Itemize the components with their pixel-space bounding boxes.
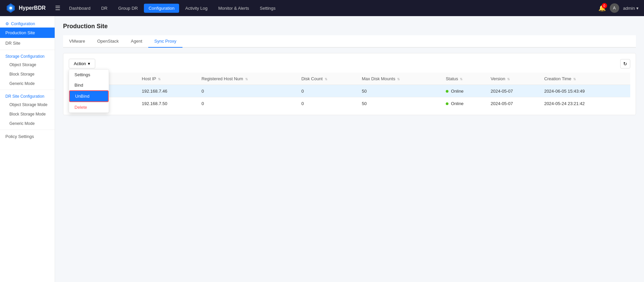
refresh-button[interactable]: ↻ [620,59,630,68]
header-version: Version ⇅ [488,73,542,85]
user-avatar: A [610,3,619,13]
nav-configuration[interactable]: Configuration [144,4,179,13]
sidebar-divider-1 [0,50,55,50]
header-reg-host-num: Registered Host Num ⇅ [199,73,299,85]
table-body: 192.168.7.46 192.168.7.46 0 0 50 Online … [69,85,630,110]
sidebar-item-dr-site[interactable]: DR Site [0,38,55,48]
nav-activity-log[interactable]: Activity Log [180,4,212,13]
action-dropdown-wrapper: Action ▾ Settings Bind UnBind Delete [69,59,95,68]
sidebar-item-generic-mode[interactable]: Generic Mode [0,79,55,88]
header-host-ip: Host IP ⇅ [139,73,199,85]
dropdown-chevron-icon: ▾ [88,61,90,66]
sort-icon-reg-host-num: ⇅ [245,77,248,81]
sidebar-dr-config-section: DR Site Configuration [0,91,55,100]
sidebar-item-object-storage-mode[interactable]: Object Storage Mode [0,100,55,109]
sort-icon-creation-time: ⇅ [573,77,576,81]
user-name: admin [623,6,635,11]
table-container: Action ▾ Settings Bind UnBind Delete ↻ [63,53,636,115]
dropdown-unbind[interactable]: UnBind [69,90,109,102]
header-creation-time: Creation Time ⇅ [541,73,630,85]
sidebar-item-generic-mode-dr[interactable]: Generic Mode [0,119,55,128]
row1-status: Online [443,85,488,97]
app-name: HyperBDR [19,5,46,11]
tab-sync-proxy[interactable]: Sync Proxy [148,35,182,48]
sidebar-storage-section: Storage Configuration [0,51,55,60]
sort-icon-status: ⇅ [460,77,463,81]
logo-area: HyperBDR [5,3,46,13]
row1-version: 2024-05-07 [488,85,542,97]
row2-status: Online [443,97,488,110]
row1-status-dot [446,90,448,93]
tab-vmware[interactable]: VMware [63,35,91,48]
sync-proxy-table: Name ⇅ Host IP ⇅ Registered Host Num ⇅ D… [69,73,630,109]
row2-reg-host-num: 0 [199,97,299,110]
sidebar-item-object-storage[interactable]: Object Storage [0,60,55,69]
nav-dr[interactable]: DR [97,4,112,13]
nav-settings[interactable]: Settings [255,4,280,13]
sidebar-item-block-storage[interactable]: Block Storage [0,69,55,79]
nav-monitor-alerts[interactable]: Monitor & Alerts [214,4,254,13]
row2-host-ip: 192.168.7.50 [139,97,199,110]
row2-creation-time: 2024-05-24 23:21:42 [541,97,630,110]
svg-point-2 [9,7,12,9]
tab-openstack[interactable]: OpenStack [91,35,125,48]
row2-status-dot [446,102,448,105]
row1-creation-time: 2024-06-05 15:43:49 [541,85,630,97]
dropdown-bind[interactable]: Bind [69,80,109,90]
header-disk-count: Disk Count ⇅ [299,73,359,85]
action-button[interactable]: Action ▾ [69,59,95,68]
header-max-disk-mounts: Max Disk Mounts ⇅ [359,73,443,85]
table-row: 192.168.7.50 192.168.7.50 0 0 50 Online … [69,97,630,110]
row2-version: 2024-05-07 [488,97,542,110]
table-row: 192.168.7.46 192.168.7.46 0 0 50 Online … [69,85,630,97]
tab-agent[interactable]: Agent [125,35,148,48]
sort-icon-max-disk-mounts: ⇅ [397,77,400,81]
sort-icon-version: ⇅ [507,77,510,81]
sidebar-divider-3 [0,130,55,130]
table-toolbar: Action ▾ Settings Bind UnBind Delete ↻ [69,59,630,68]
row2-status-text: Online [451,101,464,106]
row1-host-ip: 192.168.7.46 [139,85,199,97]
page-title: Production Site [63,23,636,30]
header-status: Status ⇅ [443,73,488,85]
sidebar-divider-2 [0,90,55,90]
sort-icon-disk-count: ⇅ [325,77,327,81]
nav-dashboard[interactable]: Dashboard [64,4,95,13]
dropdown-delete[interactable]: Delete [69,102,109,112]
row1-disk-count: 0 [299,85,359,97]
main-layout: ⚙ Configuration Production Site DR Site … [0,16,644,282]
nav-group-dr[interactable]: Group DR [113,4,143,13]
tab-bar: VMware OpenStack Agent Sync Proxy [63,35,636,48]
top-navigation: HyperBDR ☰ Dashboard DR Group DR Configu… [0,0,644,16]
action-dropdown-menu: Settings Bind UnBind Delete [69,69,109,113]
chevron-down-icon: ▾ [636,6,639,11]
sidebar-item-policy-settings[interactable]: Policy Settings [0,131,55,142]
nav-right-area: 🔔 0 A admin ▾ [598,3,639,13]
sidebar-item-production-site[interactable]: Production Site [0,28,55,38]
notification-badge: 0 [602,3,607,8]
row1-reg-host-num: 0 [199,85,299,97]
sort-icon-host-ip: ⇅ [158,77,161,81]
sidebar-config-section: ⚙ Configuration [0,19,55,28]
hyperbdr-logo-icon [5,3,16,13]
dropdown-settings[interactable]: Settings [69,69,109,80]
sidebar-item-block-storage-mode[interactable]: Block Storage Mode [0,109,55,119]
user-menu-button[interactable]: admin ▾ [623,6,639,11]
table-header: Name ⇅ Host IP ⇅ Registered Host Num ⇅ D… [69,73,630,85]
sidebar: ⚙ Configuration Production Site DR Site … [0,16,55,282]
action-button-label: Action [74,61,86,66]
row1-status-text: Online [451,89,464,94]
notification-button[interactable]: 🔔 0 [598,4,606,12]
main-content: Production Site VMware OpenStack Agent S… [55,16,644,282]
row2-disk-count: 0 [299,97,359,110]
hamburger-button[interactable]: ☰ [52,3,63,13]
row2-max-disk-mounts: 50 [359,97,443,110]
row1-max-disk-mounts: 50 [359,85,443,97]
